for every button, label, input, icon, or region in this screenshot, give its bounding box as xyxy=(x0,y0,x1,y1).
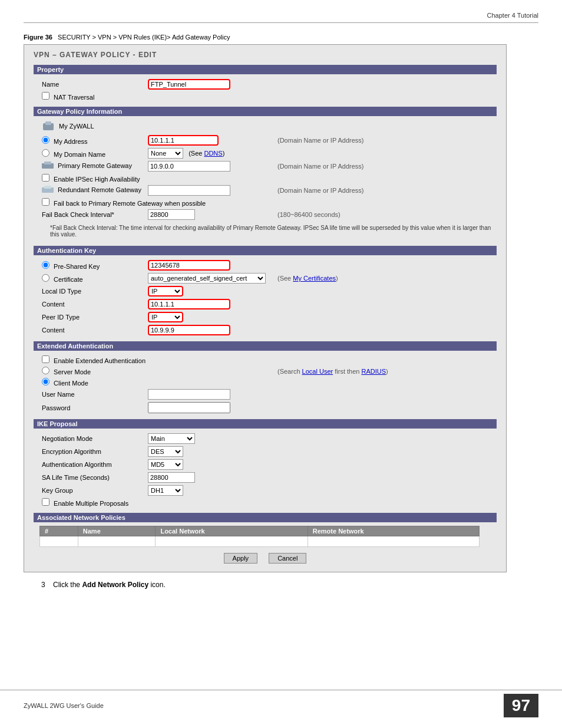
primary-gateway-hint: (Domain Name or IP Address) xyxy=(275,160,503,173)
name-input-cell xyxy=(146,78,275,91)
apply-button[interactable]: Apply xyxy=(224,553,258,564)
enable-multiple-checkbox[interactable] xyxy=(42,498,49,506)
vpn-title: VPN – GATEWAY POLICY - EDIT xyxy=(34,51,497,59)
negotiation-select[interactable]: Main xyxy=(148,433,195,444)
assoc-network-section-header: Associated Network Policies xyxy=(34,513,497,522)
client-mode-radio[interactable] xyxy=(42,378,49,386)
sa-life-row: SA Life Time (Seconds) xyxy=(39,471,503,484)
sa-life-input[interactable] xyxy=(148,472,195,483)
username-input[interactable] xyxy=(148,389,230,400)
enable-ipsec-label: Enable IPSec High Availability xyxy=(54,176,140,183)
negotiation-mode-row: Negotiation Mode Main xyxy=(39,432,503,445)
radius-link[interactable]: RADIUS xyxy=(361,368,386,375)
failback-note: *Fail Back Check Interval: The time inte… xyxy=(50,225,500,238)
client-mode-label: Client Mode xyxy=(54,380,88,387)
peer-id-type-row: Peer ID Type IP xyxy=(39,311,503,324)
property-form: Name NAT Traversal xyxy=(39,78,503,102)
failback-label: Fail back to Primary Remote Gateway when… xyxy=(54,200,206,207)
step-number: 3 xyxy=(41,581,45,589)
name-input[interactable] xyxy=(148,79,230,90)
enable-multiple-label: Enable Multiple Proposals xyxy=(54,500,128,507)
primary-gateway-row: Primary Remote Gateway (Domain Name or I… xyxy=(39,160,503,173)
my-domain-name-row: My Domain Name None (See DDNS) xyxy=(39,147,503,160)
ddns-link[interactable]: DDNS xyxy=(204,150,222,157)
redundant-gateway-input[interactable] xyxy=(148,185,230,196)
pre-shared-key-radio[interactable] xyxy=(42,261,49,269)
peer-content-row: Content xyxy=(39,324,503,337)
redundant-hint: (Domain Name or IP Address) xyxy=(275,184,503,197)
failback-interval-input[interactable] xyxy=(148,209,195,220)
vpn-form-box: VPN – GATEWAY POLICY - EDIT Property Nam… xyxy=(24,44,507,572)
my-domain-name-label: My Domain Name xyxy=(54,151,105,158)
failback-checkbox[interactable] xyxy=(42,198,49,206)
local-id-type-select[interactable]: IP xyxy=(148,286,183,297)
nat-traversal-checkbox[interactable] xyxy=(42,92,49,100)
pre-shared-key-row: Pre-Shared Key xyxy=(39,259,503,272)
domain-dropdown[interactable]: None xyxy=(148,148,183,159)
nat-traversal-label: NAT Traversal xyxy=(54,94,94,101)
password-input[interactable] xyxy=(148,402,230,413)
myzywall-row: My ZyWALL xyxy=(39,120,503,134)
step-text-post: icon. xyxy=(150,581,165,589)
enable-ipsec-checkbox[interactable] xyxy=(42,174,49,182)
local-content-row: Content xyxy=(39,298,503,311)
step-text-pre: Click the xyxy=(53,581,82,589)
myzywall-icon xyxy=(42,121,55,133)
local-id-type-row: Local ID Type IP xyxy=(39,285,503,298)
my-address-radio[interactable] xyxy=(42,136,49,144)
gateway-policy-section-header: Gateway Policy Information xyxy=(34,107,497,116)
footer-bar: ZyWALL 2WG User's Guide 97 xyxy=(0,690,562,717)
primary-gateway-input[interactable] xyxy=(148,161,230,172)
assoc-table-empty-row xyxy=(40,536,480,547)
server-mode-row: Server Mode (Search Local User first the… xyxy=(39,365,503,377)
my-domain-radio[interactable] xyxy=(42,149,49,157)
encryption-algo-row: Encryption Algorithm DES xyxy=(39,445,503,458)
key-group-row: Key Group DH1 xyxy=(39,484,503,497)
local-user-link[interactable]: Local User xyxy=(302,368,333,375)
assoc-table-header-row: # Name Local Network Remote Network xyxy=(40,526,480,536)
certificate-row: Certificate auto_generated_self_signed_c… xyxy=(39,272,503,285)
enable-extended-auth-checkbox[interactable] xyxy=(42,355,49,363)
username-label: User Name xyxy=(39,388,146,401)
failback-interval-label: Fail Back Check Interval* xyxy=(39,208,146,221)
peer-id-type-select[interactable]: IP xyxy=(148,312,183,322)
key-group-select[interactable]: DH1 xyxy=(148,485,183,496)
ike-proposal-form: Negotiation Mode Main Encryption Algorit… xyxy=(39,432,503,508)
primary-gateway-icon xyxy=(42,162,54,171)
assoc-network-table: # Name Local Network Remote Network xyxy=(39,526,480,547)
server-mode-radio[interactable] xyxy=(42,367,49,374)
property-section-header: Property xyxy=(34,65,497,74)
encryption-select[interactable]: DES xyxy=(148,446,183,457)
auth-algo-row: Authentication Algorithm MD5 xyxy=(39,458,503,471)
local-content-input[interactable] xyxy=(148,299,230,309)
extended-auth-section-header: Extended Authentication xyxy=(34,341,497,351)
name-row: Name xyxy=(39,78,503,91)
pre-shared-key-input[interactable] xyxy=(148,260,230,271)
cancel-button[interactable]: Cancel xyxy=(269,553,306,564)
certificate-dropdown[interactable]: auto_generated_self_signed_cert xyxy=(148,273,266,284)
certificate-radio[interactable] xyxy=(42,274,49,282)
server-mode-label: Server Mode xyxy=(54,368,91,375)
redundant-label: Redundant Remote Gateway xyxy=(58,186,141,193)
encryption-label: Encryption Algorithm xyxy=(39,445,146,458)
username-row: User Name xyxy=(39,388,503,401)
client-mode-row: Client Mode xyxy=(39,377,503,388)
col-local-network: Local Network xyxy=(156,526,308,536)
col-remote-network: Remote Network xyxy=(308,526,479,536)
my-address-row: My Address (Domain Name or IP Address) xyxy=(39,134,503,147)
password-label: Password xyxy=(39,401,146,414)
svg-rect-5 xyxy=(44,186,51,189)
peer-content-input[interactable] xyxy=(148,325,230,335)
peer-content-label: Content xyxy=(39,324,146,337)
enable-ipsec-row: Enable IPSec High Availability xyxy=(39,173,503,184)
failback-interval-hint: (180~86400 seconds) xyxy=(275,208,503,221)
auth-key-form: Pre-Shared Key Certificate auto_generate… xyxy=(39,259,503,337)
svg-rect-1 xyxy=(45,121,51,125)
primary-gateway-label: Primary Remote Gateway xyxy=(58,162,132,169)
auth-algo-select[interactable]: MD5 xyxy=(148,459,183,470)
key-group-label: Key Group xyxy=(39,484,146,497)
chapter-header: Chapter 4 Tutorial xyxy=(24,12,538,23)
redundant-icon xyxy=(42,186,54,195)
my-address-input[interactable] xyxy=(148,135,219,146)
my-certificates-link[interactable]: My Certificates xyxy=(293,275,336,282)
